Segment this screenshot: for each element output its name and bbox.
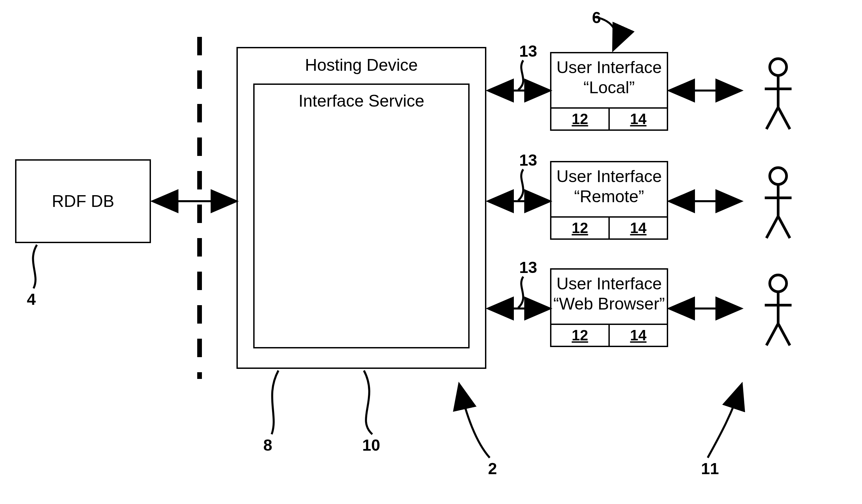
svg-point-15: [770, 168, 786, 184]
svg-line-14: [778, 107, 790, 129]
svg-point-10: [770, 59, 786, 76]
svg-line-23: [767, 323, 778, 345]
diagram-svg: [0, 0, 862, 504]
user-icon: [765, 168, 792, 238]
svg-line-18: [767, 216, 778, 238]
svg-line-13: [767, 107, 778, 129]
svg-point-20: [770, 275, 786, 292]
user-icon: [765, 59, 792, 129]
system-diagram: RDF DB Hosting Device Interface Service …: [0, 0, 862, 504]
svg-line-19: [778, 216, 790, 238]
svg-line-24: [778, 323, 790, 345]
user-icon: [765, 275, 792, 345]
